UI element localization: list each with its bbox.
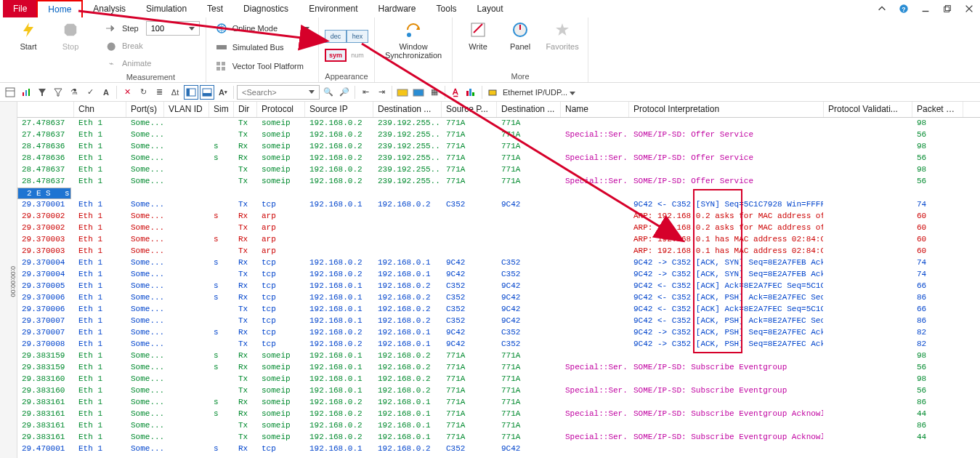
menu-test[interactable]: Test <box>197 0 233 17</box>
help-icon[interactable]: ? <box>896 1 912 17</box>
vector-tool-platform-button[interactable]: Vector Tool Platform <box>212 58 307 74</box>
table-row[interactable]: 29.370003Eth 1Some...TxarpARP: 192.168.0… <box>17 246 980 257</box>
tool-a-icon[interactable]: A <box>99 85 113 100</box>
dec-button[interactable]: dec <box>325 30 347 43</box>
sym-button[interactable]: sym <box>325 49 347 62</box>
window-sync-button[interactable]: Window Synchronization <box>381 20 446 60</box>
tool-prev-icon[interactable]: ⇤ <box>358 85 373 100</box>
tool-del-icon[interactable]: ✕ <box>120 85 134 100</box>
col-chn[interactable]: Chn <box>74 102 126 117</box>
hex-button[interactable]: hex <box>347 30 368 43</box>
table-row[interactable]: 29.370008Eth 1Some...Txtcp192.168.0.2192… <box>17 339 980 350</box>
menu-analysis[interactable]: Analysis <box>83 0 136 17</box>
close-icon[interactable] <box>961 1 977 17</box>
tool-funnel-icon[interactable] <box>51 85 65 100</box>
col-source-port[interactable]: Source P... <box>442 102 497 117</box>
break-button[interactable]: ⬤Break <box>102 38 146 54</box>
ethernet-filter-label[interactable]: Ethernet IP/UDP... <box>501 88 577 97</box>
table-row[interactable]: 29.383159Eth 1Some...sRxsomeip192.168.0.… <box>17 350 980 362</box>
start-button[interactable]: Start <box>9 20 48 51</box>
table-row[interactable]: 29.370007Eth 1Some...Txtcp192.168.0.1192… <box>17 316 980 327</box>
col-protocol-interpretation[interactable]: Protocol Interpretation <box>629 102 824 117</box>
menu-file[interactable]: File <box>3 0 37 17</box>
table-row[interactable]: 29.383161Eth 1Some...Txsomeip192.168.0.2… <box>17 420 980 432</box>
table-row[interactable]: 29.383159Eth 1Some...sRxsomeip192.168.0.… <box>17 362 980 374</box>
col-dest-ip[interactable]: Destination ... <box>373 102 442 117</box>
tool-shot2-icon[interactable] <box>411 85 426 100</box>
tool-findprev-icon[interactable]: 🔍 <box>321 85 336 100</box>
table-row[interactable]: 29.383160Eth 1Some...Txsomeip192.168.0.1… <box>17 385 980 397</box>
table-row[interactable]: 29.370002Eth 1Some...TxarpARP: 192.168.0… <box>17 222 980 234</box>
stop-button[interactable]: Stop <box>51 20 90 51</box>
menu-environment[interactable]: Environment <box>299 0 368 17</box>
table-row[interactable]: 29.383161Eth 1Some...sRxsomeip192.168.0.… <box>17 397 980 409</box>
search-input[interactable]: <Search> <box>237 85 320 100</box>
table-row[interactable]: 29.383161Eth 1Some...sRxsomeip192.168.0.… <box>17 409 980 420</box>
tool-next-icon[interactable]: ⇥ <box>374 85 389 100</box>
col-protocol-validation[interactable]: Protocol Validati... <box>824 102 912 117</box>
table-row[interactable]: 29.370007Eth 1Some...sRxtcp192.168.0.219… <box>17 327 980 339</box>
table-row[interactable]: 29.383160Eth 1Some...Txsomeip192.168.0.1… <box>17 374 980 385</box>
col-dir[interactable]: Dir <box>234 102 257 117</box>
table-row[interactable]: 29.383161Eth 1Some...Txsomeip192.168.0.2… <box>17 432 980 443</box>
col-source-ip[interactable]: Source IP <box>305 102 373 117</box>
col-ports[interactable]: Port(s) <box>126 102 164 117</box>
table-row[interactable]: 29.370006Eth 1Some...sRxtcp192.168.0.119… <box>17 292 980 304</box>
menu-simulation[interactable]: Simulation <box>136 0 197 17</box>
tool-filter-icon[interactable] <box>35 85 49 100</box>
table-row[interactable]: 27.478637Eth 1Some...Txsomeip192.168.0.2… <box>17 118 980 129</box>
menu-diagnostics[interactable]: Diagnostics <box>233 0 299 17</box>
table-row[interactable]: 29.370004Eth 1Some...sRxtcp192.168.0.219… <box>17 257 980 269</box>
tool-flask-icon[interactable]: ⚗ <box>67 85 81 100</box>
menu-tools[interactable]: Tools <box>426 0 467 17</box>
col-sim[interactable]: Sim <box>209 102 234 117</box>
table-row[interactable]: 28.478637Eth 1Some...Txsomeip192.168.0.2… <box>17 176 980 188</box>
num-button[interactable]: num <box>347 49 368 62</box>
tool-font-icon[interactable]: A▾ <box>216 85 230 100</box>
simulated-bus-button[interactable]: Simulated Bus <box>212 39 287 55</box>
table-row[interactable]: 28.478636Eth 1Some...sRxsomeip192.168.0.… <box>17 141 980 153</box>
step-button[interactable]: Step <box>102 20 142 36</box>
step-value-select[interactable]: 100 <box>146 21 200 36</box>
tool-delta-icon[interactable]: Δt <box>168 85 182 100</box>
write-button[interactable]: Write <box>458 20 498 51</box>
tool-findnext-icon[interactable]: 🔎 <box>337 85 352 100</box>
col-name[interactable]: Name <box>561 102 629 117</box>
table-row[interactable]: 29.370003Eth 1Some...sRxarpARP: 192.168.… <box>17 234 980 246</box>
tool-refresh-icon[interactable]: ↻ <box>136 85 150 100</box>
animate-button[interactable]: ⌁Animate <box>102 55 154 71</box>
table-row[interactable]: 29.370001Eth 1Some...sRxtcp192.168.0.119… <box>17 188 71 199</box>
table-row[interactable]: 29.370001Eth 1Some...Txtcp192.168.0.1192… <box>17 199 980 211</box>
minimize-icon[interactable] <box>918 1 934 17</box>
menu-home[interactable]: Home <box>36 0 83 17</box>
tool-view2-icon[interactable] <box>200 85 214 100</box>
tool-eth-icon[interactable] <box>485 85 500 100</box>
table-row[interactable]: 27.478637Eth 1Some...Txsomeip192.168.0.2… <box>17 129 980 141</box>
col-packet-len[interactable]: Packet Len... <box>912 102 963 117</box>
tool-chart-icon[interactable] <box>19 85 33 100</box>
table-row[interactable]: 29.470001Eth 1Some...sRxtcp192.168.0.119… <box>17 443 980 455</box>
table-row[interactable]: 29.370004Eth 1Some...Txtcp192.168.0.2192… <box>17 269 980 281</box>
tool-shot1-icon[interactable] <box>395 85 410 100</box>
tool-shot3-icon[interactable]: ▦ <box>427 85 442 100</box>
table-row[interactable]: 28.478636Eth 1Some...sRxsomeip192.168.0.… <box>17 153 980 164</box>
table-row[interactable]: 29.370006Eth 1Some...Txtcp192.168.0.1192… <box>17 304 980 316</box>
tool-list-icon[interactable]: ≣ <box>152 85 166 100</box>
menu-hardware[interactable]: Hardware <box>368 0 426 17</box>
restore-icon[interactable] <box>939 1 955 17</box>
panel-button[interactable]: Panel <box>501 20 540 51</box>
favorites-button[interactable]: Favorites <box>543 20 582 51</box>
col-time[interactable] <box>17 102 74 117</box>
tool-view1-icon[interactable] <box>184 85 198 100</box>
tool-highlighter-icon[interactable]: A̲ <box>448 85 463 100</box>
tool-colorbar-icon[interactable] <box>464 85 479 100</box>
col-dest-port[interactable]: Destination ... <box>497 102 561 117</box>
menu-layout[interactable]: Layout <box>467 0 514 17</box>
tool-detail-icon[interactable] <box>3 85 17 100</box>
table-row[interactable]: 29.370002Eth 1Some...sRxarpARP: 192.168.… <box>17 211 980 222</box>
online-mode-select[interactable]: Online Mode <box>212 20 312 36</box>
tool-bookmark-icon[interactable]: ✓ <box>83 85 97 100</box>
col-protocol[interactable]: Protocol <box>257 102 305 117</box>
col-vlan[interactable]: VLAN ID <box>164 102 209 117</box>
table-row[interactable]: 29.370005Eth 1Some...sRxtcp192.168.0.119… <box>17 281 980 292</box>
